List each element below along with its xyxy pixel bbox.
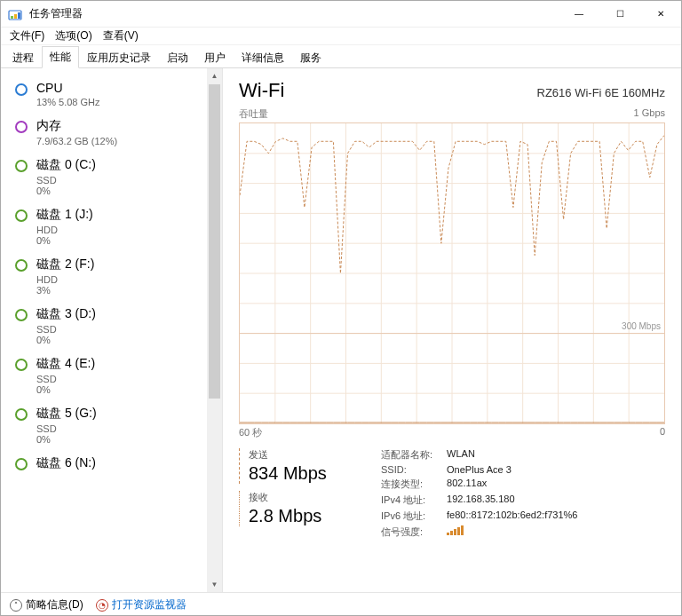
recv-value: 2.8 Mbps <box>249 506 354 526</box>
disk-ring-icon <box>15 458 28 470</box>
window-title: 任务管理器 <box>29 6 83 21</box>
send-caption: 发送 <box>249 448 354 462</box>
disk-ring-icon <box>15 408 28 421</box>
menu-options[interactable]: 选项(O) <box>50 27 97 45</box>
sidebar-item-name: 磁盘 5 (G:) <box>36 406 97 422</box>
sidebar-item-disk-5[interactable]: 磁盘 3 (D:)SSD 0% <box>1 301 222 351</box>
sidebar-item-sub: 13% 5.08 GHz <box>36 97 100 107</box>
chart-ymax: 1 Gbps <box>634 107 665 121</box>
cpu-ring-icon <box>15 83 28 96</box>
svg-rect-2 <box>14 14 17 19</box>
chevron-up-icon: ˄ <box>10 599 22 612</box>
lbl-ssid: SSID: <box>381 464 432 475</box>
sidebar-item-disk-7[interactable]: 磁盘 5 (G:)SSD 0% <box>1 400 222 450</box>
svg-rect-1 <box>11 16 13 19</box>
scroll-down-icon[interactable]: ▼ <box>207 577 222 592</box>
disk-ring-icon <box>15 209 28 222</box>
sidebar-item-disk-4[interactable]: 磁盘 2 (F:)HDD 3% <box>1 251 222 301</box>
sidebar-item-sub: SSD 0% <box>36 374 95 395</box>
val-ssid: OnePlus Ace 3 <box>447 464 577 475</box>
sidebar-item-name: 磁盘 4 (E:) <box>36 356 95 372</box>
disk-ring-icon <box>15 359 28 371</box>
menu-file[interactable]: 文件(F) <box>4 27 50 45</box>
sidebar-item-name: 磁盘 6 (N:) <box>36 455 96 471</box>
sidebar-scrollbar[interactable]: ▲ ▼ <box>207 68 222 592</box>
tab-app-history[interactable]: 应用历史记录 <box>79 47 159 68</box>
maximize-button[interactable]: ☐ <box>599 1 640 28</box>
sidebar-item-disk-8[interactable]: 磁盘 6 (N:) <box>1 450 222 478</box>
tab-processes[interactable]: 进程 <box>4 47 42 68</box>
open-resmon-link[interactable]: ◔ 打开资源监视器 <box>96 597 186 612</box>
val-ipv4: 192.168.35.180 <box>447 494 577 507</box>
lbl-adapter-name: 适配器名称: <box>381 448 432 462</box>
disk-ring-icon <box>15 160 28 172</box>
menubar: 文件(F) 选项(O) 查看(V) <box>1 28 681 45</box>
detail-adapter: RZ616 Wi-Fi 6E 160MHz <box>537 86 665 99</box>
sidebar-item-sub: HDD 0% <box>36 225 93 246</box>
lbl-conn-type: 连接类型: <box>381 478 432 491</box>
footer: ˄ 简略信息(D) ◔ 打开资源监视器 <box>1 592 681 616</box>
sidebar-item-sub: SSD 0% <box>36 423 97 445</box>
send-value: 834 Mbps <box>249 463 354 484</box>
fewer-details-link[interactable]: ˄ 简略信息(D) <box>10 597 83 612</box>
close-button[interactable]: ✕ <box>640 1 681 28</box>
fewer-details-label: 简略信息(D) <box>26 597 83 612</box>
sidebar-item-name: 内存 <box>36 118 117 134</box>
app-icon <box>8 7 22 21</box>
disk-ring-icon <box>15 309 28 321</box>
sidebar-item-name: 磁盘 2 (F:) <box>36 257 94 272</box>
sidebar-item-disk-6[interactable]: 磁盘 4 (E:)SSD 0% <box>1 351 222 400</box>
tabstrip: 进程 性能 应用历史记录 启动 用户 详细信息 服务 <box>1 45 681 68</box>
tab-users[interactable]: 用户 <box>196 47 234 68</box>
chart-xleft: 60 秒 <box>239 426 262 439</box>
network-info-grid: 适配器名称: WLAN SSID: OnePlus Ace 3 连接类型: 80… <box>381 448 577 539</box>
sidebar-item-sub: 7.9/63.2 GB (12%) <box>36 136 117 146</box>
chart-ylabel: 吞吐量 <box>239 107 268 121</box>
sidebar-item-name: 磁盘 1 (J:) <box>36 207 93 223</box>
sidebar-item-sub: SSD 0% <box>36 324 96 345</box>
detail-title: Wi-Fi <box>239 79 284 102</box>
val-signal <box>447 525 577 539</box>
sidebar-item-sub: SSD 0% <box>36 175 96 196</box>
signal-bars-icon <box>447 525 464 535</box>
recv-caption: 接收 <box>249 491 354 504</box>
tab-services[interactable]: 服务 <box>292 47 329 68</box>
val-conn-type: 802.11ax <box>447 478 577 491</box>
disk-ring-icon <box>15 259 28 272</box>
throughput-chart: 300 Mbps <box>239 122 665 424</box>
mem-ring-icon <box>15 121 28 133</box>
sidebar-item-disk-2[interactable]: 磁盘 0 (C:)SSD 0% <box>1 152 222 201</box>
svg-rect-3 <box>18 12 20 19</box>
resmon-icon: ◔ <box>96 599 108 612</box>
sidebar-item-disk-3[interactable]: 磁盘 1 (J:)HDD 0% <box>1 201 222 251</box>
tab-details[interactable]: 详细信息 <box>234 47 292 68</box>
detail-pane: Wi-Fi RZ616 Wi-Fi 6E 160MHz 吞吐量 1 Gbps 3… <box>223 68 681 592</box>
lbl-signal: 信号强度: <box>381 525 432 539</box>
lbl-ipv6: IPv6 地址: <box>381 509 432 523</box>
tab-performance[interactable]: 性能 <box>42 46 79 68</box>
lbl-ipv4: IPv4 地址: <box>381 494 432 507</box>
performance-sidebar: CPU13% 5.08 GHz内存7.9/63.2 GB (12%)磁盘 0 (… <box>1 68 223 592</box>
chart-gridline-label: 300 Mbps <box>622 321 661 331</box>
sidebar-item-name: CPU <box>36 81 100 95</box>
scroll-up-icon[interactable]: ▲ <box>207 68 222 83</box>
titlebar: 任务管理器 — ☐ ✕ <box>1 1 681 28</box>
menu-view[interactable]: 查看(V) <box>98 27 144 45</box>
scroll-thumb[interactable] <box>209 84 220 399</box>
minimize-button[interactable]: — <box>559 1 599 28</box>
val-adapter-name: WLAN <box>447 448 577 462</box>
sidebar-item-cpu[interactable]: CPU13% 5.08 GHz <box>1 75 222 113</box>
val-ipv6: fe80::8172:102b:6ed2:f731%6 <box>447 509 577 523</box>
open-resmon-label: 打开资源监视器 <box>112 597 186 612</box>
sidebar-item-name: 磁盘 0 (C:) <box>36 157 96 173</box>
tab-startup[interactable]: 启动 <box>159 47 196 68</box>
chart-xright: 0 <box>660 426 665 439</box>
sidebar-item-sub: HDD 3% <box>36 274 94 296</box>
sidebar-item-name: 磁盘 3 (D:) <box>36 306 96 322</box>
sidebar-item-memory[interactable]: 内存7.9/63.2 GB (12%) <box>1 113 222 152</box>
